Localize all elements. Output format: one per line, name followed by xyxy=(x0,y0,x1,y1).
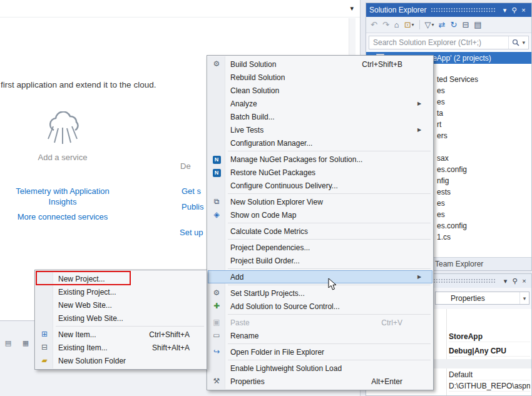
tree-item[interactable]: 1.cs xyxy=(437,232,451,243)
home-icon[interactable]: ⌂ xyxy=(392,19,402,31)
tree-item[interactable]: es xyxy=(437,86,445,96)
collapse-all-icon[interactable]: ⊟ xyxy=(460,19,471,31)
new-solution-folder-icon: ▰ xyxy=(36,354,53,367)
separator xyxy=(228,151,431,151)
separator xyxy=(228,268,431,269)
more-connected-services-link[interactable]: More connected services xyxy=(11,212,114,221)
refresh-icon[interactable]: ↻ xyxy=(449,19,460,31)
property-value-row[interactable]: StoreApp xyxy=(449,332,530,342)
back-icon[interactable]: ↶ xyxy=(369,19,380,31)
menu-item-live-tests[interactable]: Live Tests ▶ xyxy=(208,123,432,136)
solution-explorer-toolbar: ↶ ↷ ⌂ ⊡ ▾ ▽ ▾ ⇄ ↻ ⊟ ▤ xyxy=(366,17,531,33)
property-value-row[interactable]: Debug|Any CPU xyxy=(449,346,530,357)
tree-item[interactable]: es.config xyxy=(437,165,467,175)
separator xyxy=(228,223,431,223)
tree-item[interactable]: ta xyxy=(437,108,443,119)
window-position-icon[interactable]: ▾ xyxy=(500,6,509,14)
menu-item-analyze[interactable]: Analyze ▶ xyxy=(208,97,432,110)
tree-item[interactable]: sax xyxy=(437,153,449,164)
document-dropdown-icon[interactable]: ▾ xyxy=(350,4,354,13)
add-to-source-control-icon: ✚ xyxy=(208,300,225,313)
menu-item-new-solution-folder[interactable]: ▰ New Solution Folder xyxy=(36,354,206,367)
menu-item-project-dependencies[interactable]: Project Dependencies... xyxy=(208,241,432,254)
tree-item[interactable]: es xyxy=(437,97,445,108)
menu-item-configuration-manager[interactable]: Configuration Manager... xyxy=(208,136,432,150)
menu-item-batch-build[interactable]: Batch Build... xyxy=(208,110,432,123)
menu-item-build-solution[interactable]: ⚙ Build Solution Ctrl+Shift+B xyxy=(208,58,432,71)
tree-item[interactable]: ers xyxy=(437,131,448,141)
menu-item-clean-solution[interactable]: Clean Solution xyxy=(208,84,432,97)
tab-team-explorer[interactable]: Team Explorer xyxy=(430,258,488,270)
window-position-icon[interactable]: ▾ xyxy=(501,277,510,285)
telemetry-link[interactable]: Telemetry with Application Insights xyxy=(11,186,114,207)
menu-item-open-folder-in-file-explorer[interactable]: ↪ Open Folder in File Explorer xyxy=(208,345,432,358)
solution-explorer-titlebar[interactable]: Solution Explorer ▾ ⚲ × xyxy=(366,3,531,17)
menu-item-new-item[interactable]: ⊞ New Item... Ctrl+Shift+A xyxy=(36,328,206,341)
separator xyxy=(228,360,431,360)
tree-item[interactable]: ests xyxy=(437,187,451,198)
chevron-down-icon[interactable]: ▾ xyxy=(519,292,529,304)
build-icon: ⚙ xyxy=(208,58,225,71)
sync-icon[interactable]: ⇄ xyxy=(437,19,448,31)
menu-item-new-web-site[interactable]: New Web Site... xyxy=(36,298,206,312)
paste-icon: ▣ xyxy=(208,316,225,329)
menu-item-new-solution-explorer-view[interactable]: ⧉ New Solution Explorer View xyxy=(208,195,432,208)
titlebar-icons: ▾ ⚲ × xyxy=(501,277,529,285)
pin-icon[interactable]: ⚲ xyxy=(510,277,519,285)
cloud-service-icon xyxy=(43,111,83,148)
menu-item-existing-item[interactable]: ⊟ Existing Item... Shift+Alt+A xyxy=(36,341,206,354)
chevron-down-icon[interactable]: ▾ xyxy=(522,39,525,46)
forward-icon[interactable]: ↷ xyxy=(381,19,392,31)
menu-item-project-build-order[interactable]: Project Build Order... xyxy=(208,254,432,267)
tree-item[interactable]: es.config xyxy=(437,221,467,231)
separator xyxy=(228,239,431,240)
property-value-row[interactable]: Default xyxy=(449,370,530,380)
properties-pages-icon[interactable]: ▤ xyxy=(472,19,484,31)
separator xyxy=(228,343,431,344)
context-menu-items: ⚙ Build Solution Ctrl+Shift+B Rebuild So… xyxy=(208,58,432,388)
solution-context-menu: ⚙ Build Solution Ctrl+Shift+B Rebuild So… xyxy=(207,55,434,390)
open-folder-icon: ↪ xyxy=(208,345,225,358)
menu-item-show-on-code-map[interactable]: ◈ Show on Code Map xyxy=(208,208,432,221)
menu-item-calculate-code-metrics[interactable]: Calculate Code Metrics xyxy=(208,225,432,238)
properties-object-combo[interactable]: Properties ▾ xyxy=(435,292,529,305)
separator xyxy=(56,326,204,327)
switch-views-icon[interactable]: ⊡ ▾ xyxy=(402,19,416,31)
tree-item[interactable]: nfig xyxy=(437,176,449,186)
separator xyxy=(419,20,420,29)
search-icon[interactable] xyxy=(512,39,519,46)
nuget-icon: N xyxy=(208,153,225,166)
vs-window: ▾ first application and extend it to the… xyxy=(0,0,532,396)
menu-item-manage-nuget-packages-for-solution[interactable]: N Manage NuGet Packages for Solution... xyxy=(208,153,432,166)
get-started-link-fragment[interactable]: Get s xyxy=(182,186,201,196)
filter-icon[interactable]: ▽ ▾ xyxy=(423,19,436,31)
menu-item-configure-continuous-delivery[interactable]: Configure Continuous Delivery... xyxy=(208,179,432,192)
submenu-arrow-icon: ▶ xyxy=(410,127,429,133)
menu-item-set-startup-projects[interactable]: ⚙ Set StartUp Projects... xyxy=(208,287,432,300)
property-value-row[interactable]: D:\GITHUB_REPO\aspn xyxy=(449,381,530,392)
menu-item-add-solution-to-source-control[interactable]: ✚ Add Solution to Source Control... xyxy=(208,300,432,313)
new-solution-explorer-view-icon: ⧉ xyxy=(208,195,225,208)
menu-item-existing-project[interactable]: Existing Project... xyxy=(36,285,206,298)
tree-item[interactable]: ted Services xyxy=(437,74,478,85)
menu-item-rebuild-solution[interactable]: Rebuild Solution xyxy=(208,71,432,84)
menu-item-paste[interactable]: ▣ Paste Ctrl+V xyxy=(208,316,432,329)
panel-tab-icon-1[interactable]: ▤ xyxy=(3,339,14,347)
tree-item[interactable]: es xyxy=(437,198,445,209)
rename-icon: ▭ xyxy=(208,329,225,342)
menu-item-enable-lightweight-solution-load[interactable]: Enable Lightweight Solution Load xyxy=(208,362,432,375)
publish-link-fragment[interactable]: Publis xyxy=(182,202,203,211)
pin-icon[interactable]: ⚲ xyxy=(509,6,519,14)
menu-item-rename[interactable]: ▭ Rename xyxy=(208,329,432,342)
panel-tab-icon-2[interactable]: ▦ xyxy=(20,339,31,347)
tree-item[interactable]: es xyxy=(437,210,445,220)
tree-item[interactable]: rt xyxy=(437,119,441,130)
search-input[interactable] xyxy=(369,38,508,47)
set-up-link-fragment[interactable]: Set up xyxy=(180,228,203,237)
menu-item-properties[interactable]: ⚒ Properties Alt+Enter xyxy=(208,375,432,388)
menu-item-add[interactable]: Add ▶ xyxy=(208,270,432,283)
menu-item-restore-nuget-packages[interactable]: N Restore NuGet Packages xyxy=(208,166,432,179)
close-icon[interactable]: × xyxy=(519,277,529,285)
menu-item-existing-web-site[interactable]: Existing Web Site... xyxy=(36,312,206,325)
close-icon[interactable]: × xyxy=(519,6,528,14)
